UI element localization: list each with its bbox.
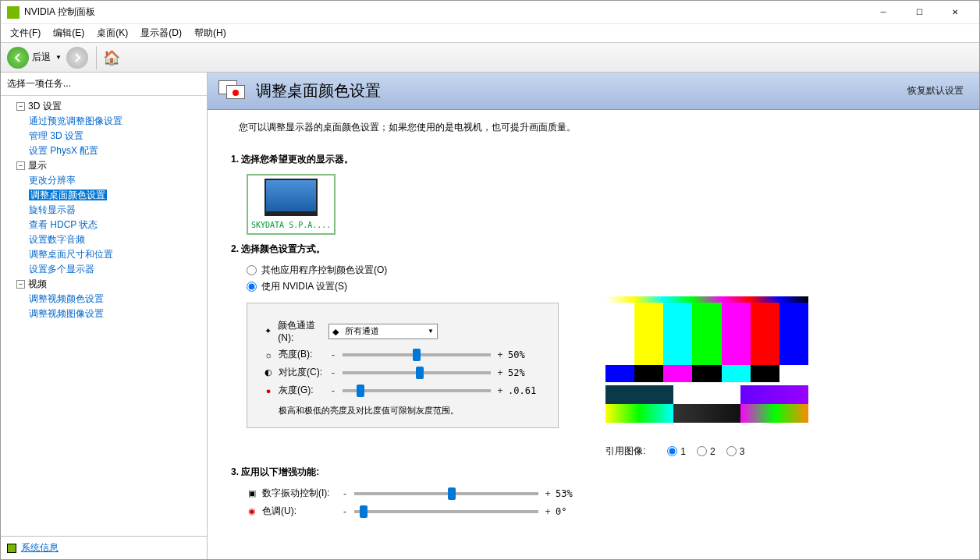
color-settings-panel: ✦颜色通道(N): ◆ 所有通道 ▼ ☼亮度(B): - + — [247, 303, 559, 428]
vibrance-value: 53% — [556, 488, 590, 499]
page-description: 您可以调整显示器的桌面颜色设置；如果您使用的是电视机，也可提升画面质量。 — [208, 110, 979, 145]
toolbar-divider — [96, 46, 97, 69]
tree-item[interactable]: 更改分辨率 — [1, 173, 207, 188]
tree-item[interactable]: 设置数字音频 — [1, 232, 207, 247]
tree-item[interactable]: 调整视频颜色设置 — [1, 292, 207, 307]
tree-item[interactable]: 管理 3D 设置 — [1, 129, 207, 144]
maximize-button[interactable]: ☐ — [901, 1, 937, 24]
page-title: 调整桌面颜色设置 — [256, 80, 907, 101]
content-area: 选择一项任务... −3D 设置 通过预览调整图像设置 管理 3D 设置 设置 … — [1, 73, 979, 559]
section-enhancements: 3. 应用以下增强功能: ▣数字振动控制(I): - + 53% ◉色调(U):… — [208, 458, 979, 518]
monitor-icon — [265, 179, 318, 216]
channel-icon: ✦ — [263, 326, 273, 337]
restore-defaults-link[interactable]: 恢复默认设置 — [907, 84, 964, 97]
vibrance-slider[interactable] — [354, 492, 538, 495]
system-info-bar: 系统信息 — [1, 536, 207, 559]
brightness-icon: ☼ — [263, 349, 274, 360]
sidebar-header: 选择一项任务... — [1, 73, 207, 96]
hue-slider[interactable] — [354, 510, 538, 513]
close-button[interactable]: ✕ — [937, 1, 973, 24]
slider-digital-vibrance: ▣数字振动控制(I): - + 53% — [247, 487, 590, 500]
vibrance-icon: ▣ — [247, 488, 257, 499]
slider-brightness: ☼亮度(B): - + 50% — [263, 348, 542, 361]
back-button[interactable] — [7, 47, 29, 69]
ref-image-3[interactable]: 3 — [726, 446, 745, 457]
menu-help[interactable]: 帮助(H) — [188, 24, 233, 42]
rgb-icon: ◆ — [332, 327, 342, 336]
system-info-link[interactable]: 系统信息 — [21, 541, 59, 555]
hue-value: 0° — [556, 506, 590, 517]
tree-item[interactable]: 设置 PhysX 配置 — [1, 144, 207, 158]
tree-item-selected[interactable]: 调整桌面颜色设置 — [1, 188, 207, 203]
contrast-slider[interactable] — [343, 371, 491, 374]
menu-display[interactable]: 显示器(D) — [134, 24, 188, 42]
menu-edit[interactable]: 编辑(E) — [47, 24, 91, 42]
sidebar: 选择一项任务... −3D 设置 通过预览调整图像设置 管理 3D 设置 设置 … — [1, 73, 208, 559]
banner-monitors-icon — [218, 80, 247, 102]
tree-item[interactable]: 调整视频图像设置 — [1, 307, 207, 321]
tree-item[interactable]: 设置多个显示器 — [1, 262, 207, 277]
slider-contrast: ◐对比度(C): - + 52% — [263, 366, 542, 379]
titlebar: NVIDIA 控制面板 ─ ☐ ✕ — [1, 1, 979, 24]
toolbar: 后退 ▼ 🏠 — [1, 43, 979, 73]
minimize-button[interactable]: ─ — [865, 1, 901, 24]
forward-button[interactable] — [66, 47, 88, 69]
back-dropdown-icon[interactable]: ▼ — [55, 54, 62, 61]
tree-item[interactable]: 查看 HDCP 状态 — [1, 218, 207, 232]
section-title: 1. 选择您希望更改的显示器。 — [231, 153, 956, 166]
hue-icon: ◉ — [247, 506, 257, 517]
info-icon — [7, 544, 16, 553]
gamma-slider[interactable] — [343, 389, 491, 392]
gradient-preview — [605, 385, 808, 423]
menu-file[interactable]: 文件(F) — [4, 24, 47, 42]
tree-item[interactable]: 通过预览调整图像设置 — [1, 114, 207, 129]
color-bars-preview — [605, 296, 808, 382]
ref-image-1[interactable]: 1 — [667, 446, 686, 457]
brightness-value: 50% — [508, 349, 542, 360]
image-reference-row: 引用图像: 1 2 3 — [605, 445, 808, 458]
menubar: 文件(F) 编辑(E) 桌面(K) 显示器(D) 帮助(H) — [1, 24, 979, 43]
slider-gamma: ●灰度(G): - + .0.61 — [263, 384, 542, 397]
app-window: NVIDIA 控制面板 ─ ☐ ✕ 文件(F) 编辑(E) 桌面(K) 显示器(… — [0, 0, 980, 560]
contrast-icon: ◐ — [263, 367, 274, 378]
section-title: 3. 应用以下增强功能: — [231, 466, 956, 479]
channel-dropdown[interactable]: ◆ 所有通道 ▼ — [328, 324, 438, 339]
radio-nvidia-settings[interactable]: 使用 NVIDIA 设置(S) — [247, 280, 956, 293]
window-title: NVIDIA 控制面板 — [24, 5, 865, 19]
nvidia-logo-icon — [7, 6, 20, 19]
monitor-tile[interactable]: SKYDATA S.P.A.... — [247, 174, 336, 235]
section-color-method: 2. 选择颜色设置方式。 其他应用程序控制颜色设置(O) 使用 NVIDIA 设… — [208, 235, 979, 458]
tree-item[interactable]: 旋转显示器 — [1, 203, 207, 218]
preview-column: 引用图像: 1 2 3 — [605, 296, 808, 458]
chevron-down-icon: ▼ — [428, 328, 434, 335]
tree-item[interactable]: 调整桌面尺寸和位置 — [1, 247, 207, 262]
task-tree: −3D 设置 通过预览调整图像设置 管理 3D 设置 设置 PhysX 配置 −… — [1, 96, 207, 536]
page-banner: 调整桌面颜色设置 恢复默认设置 — [208, 73, 979, 110]
tree-group-display[interactable]: −显示 — [1, 158, 207, 173]
contrast-value: 52% — [508, 367, 542, 378]
section-select-display: 1. 选择您希望更改的显示器。 SKYDATA S.P.A.... — [208, 145, 979, 235]
brightness-slider[interactable] — [343, 353, 491, 356]
tree-group-video[interactable]: −视频 — [1, 277, 207, 292]
gamma-note: 极高和极低的亮度及对比度值可限制灰度范围。 — [279, 405, 542, 416]
channel-row: ✦颜色通道(N): ◆ 所有通道 ▼ — [263, 319, 542, 343]
slider-hue: ◉色调(U): - + 0° — [247, 505, 590, 518]
image-reference-label: 引用图像: — [605, 445, 645, 458]
tree-group-3d[interactable]: −3D 设置 — [1, 99, 207, 114]
radio-other-apps[interactable]: 其他应用程序控制颜色设置(O) — [247, 264, 956, 277]
ref-image-2[interactable]: 2 — [697, 446, 715, 457]
home-icon[interactable]: 🏠 — [103, 49, 120, 66]
menu-desktop[interactable]: 桌面(K) — [91, 24, 134, 42]
back-label: 后退 — [32, 51, 51, 64]
gamma-value: .0.61 — [508, 385, 542, 396]
section-title: 2. 选择颜色设置方式。 — [231, 243, 956, 256]
gamma-icon: ● — [263, 385, 274, 396]
monitor-label: SKYDATA S.P.A.... — [251, 221, 331, 229]
main-content: 调整桌面颜色设置 恢复默认设置 您可以调整显示器的桌面颜色设置；如果您使用的是电… — [208, 73, 979, 559]
